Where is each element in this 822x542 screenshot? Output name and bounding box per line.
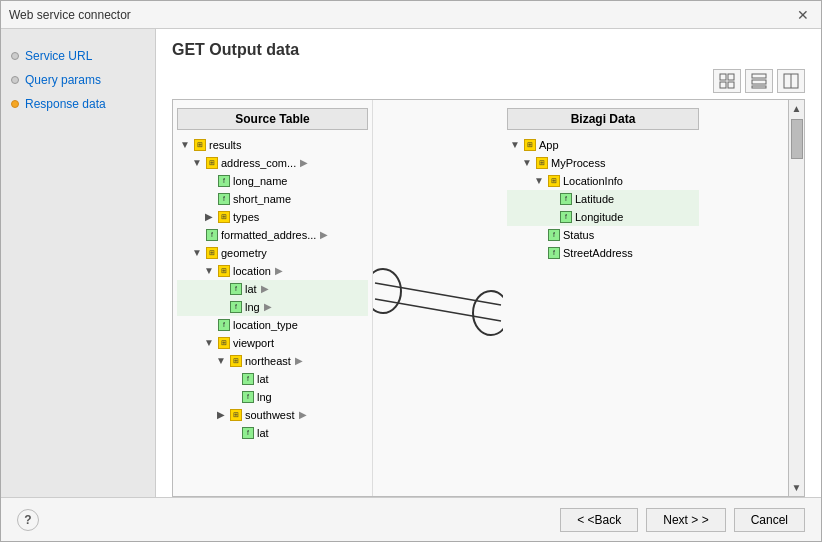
- expand-types[interactable]: ▶: [203, 209, 215, 225]
- tree-node-app: ▼ ⊞ App: [507, 136, 699, 154]
- node-label-southwest: southwest: [245, 407, 295, 423]
- expand-results[interactable]: ▼: [179, 137, 191, 153]
- sidebar-label-response-data: Response data: [25, 97, 106, 111]
- tree-node-loctype: ▶ f location_type: [177, 316, 368, 334]
- sidebar-dot-service-url: [11, 52, 19, 60]
- toolbar: [172, 69, 805, 93]
- node-label-geometry: geometry: [221, 245, 267, 261]
- connector-svg: [373, 130, 503, 496]
- arrow-northeast: ▶: [295, 353, 303, 369]
- svg-rect-5: [752, 80, 766, 84]
- toolbar-btn-layout2[interactable]: [745, 69, 773, 93]
- node-label-lng2: lng: [257, 389, 272, 405]
- expand-app[interactable]: ▼: [509, 137, 521, 153]
- node-label-myprocess: MyProcess: [551, 155, 605, 171]
- expand-viewport[interactable]: ▼: [203, 335, 215, 351]
- sidebar-dot-response-data: [11, 100, 19, 108]
- content-area: Service URL Query params Response data G…: [1, 29, 821, 497]
- sidebar-label-service-url: Service URL: [25, 49, 92, 63]
- sidebar: Service URL Query params Response data: [1, 29, 156, 497]
- toolbar-btn-layout3[interactable]: [777, 69, 805, 93]
- tree-node-lat2: ▶ f lat: [177, 370, 368, 388]
- tree-node-results: ▼ ⊞ results: [177, 136, 368, 154]
- sidebar-item-service-url[interactable]: Service URL: [11, 49, 145, 63]
- expand-geometry[interactable]: ▼: [191, 245, 203, 261]
- svg-point-11: [373, 269, 401, 313]
- node-label-app: App: [539, 137, 559, 153]
- window-title: Web service connector: [9, 8, 131, 22]
- expand-southwest[interactable]: ▶: [215, 407, 227, 423]
- close-button[interactable]: ✕: [793, 5, 813, 25]
- scroll-down-arrow[interactable]: ▼: [789, 479, 805, 496]
- tree-node-location: ▼ ⊞ location ▶: [177, 262, 368, 280]
- sidebar-label-query-params: Query params: [25, 73, 101, 87]
- arrow-address: ▶: [300, 155, 308, 171]
- toolbar-btn-layout1[interactable]: [713, 69, 741, 93]
- arrow-location: ▶: [275, 263, 283, 279]
- svg-rect-4: [752, 74, 766, 78]
- node-label-locationinfo: LocationInfo: [563, 173, 623, 189]
- sidebar-dot-query-params: [11, 76, 19, 84]
- back-button[interactable]: < <Back: [560, 508, 638, 532]
- main-area: GET Output data: [156, 29, 821, 497]
- footer-right: < <Back Next > > Cancel: [560, 508, 805, 532]
- node-label-lat: lat: [245, 281, 257, 297]
- source-table-header: Source Table: [177, 108, 368, 130]
- tree-node-status: ▶ f Status: [507, 226, 699, 244]
- svg-point-12: [473, 291, 503, 335]
- tree-node-latitude: ▶ f Latitude: [507, 190, 699, 208]
- source-table-panel: Source Table ▼ ⊞ results ▼ ⊞: [173, 100, 373, 496]
- scrollbar[interactable]: ▲ ▼: [788, 100, 804, 496]
- tree-node-northeast: ▼ ⊞ northeast ▶: [177, 352, 368, 370]
- expand-location[interactable]: ▼: [203, 263, 215, 279]
- cancel-button[interactable]: Cancel: [734, 508, 805, 532]
- footer: ? < <Back Next > > Cancel: [1, 497, 821, 541]
- node-label-northeast: northeast: [245, 353, 291, 369]
- tree-node-lat: ▶ f lat ▶: [177, 280, 368, 298]
- node-label-location: location: [233, 263, 271, 279]
- node-label-types: types: [233, 209, 259, 225]
- scroll-thumb[interactable]: [791, 119, 803, 159]
- node-label-results: results: [209, 137, 241, 153]
- node-label-viewport: viewport: [233, 335, 274, 351]
- svg-rect-3: [728, 82, 734, 88]
- arrow-southwest: ▶: [299, 407, 307, 423]
- tree-node-geometry: ▼ ⊞ geometry: [177, 244, 368, 262]
- node-label-lat2: lat: [257, 371, 269, 387]
- expand-address[interactable]: ▼: [191, 155, 203, 171]
- footer-left: ?: [17, 509, 39, 531]
- window: Web service connector ✕ Service URL Quer…: [0, 0, 822, 542]
- node-label-lat3: lat: [257, 425, 269, 441]
- tree-node-lng2: ▶ f lng: [177, 388, 368, 406]
- node-label-streetaddress: StreetAddress: [563, 245, 633, 261]
- tree-node-address: ▼ ⊞ address_com... ▶: [177, 154, 368, 172]
- node-label-status: Status: [563, 227, 594, 243]
- tree-node-locationinfo: ▼ ⊞ LocationInfo: [507, 172, 699, 190]
- page-title: GET Output data: [172, 41, 805, 59]
- svg-rect-6: [752, 86, 766, 88]
- node-label-loctype: location_type: [233, 317, 298, 333]
- svg-rect-1: [728, 74, 734, 80]
- tree-node-lng: ▶ f lng ▶: [177, 298, 368, 316]
- arrow-lng: ▶: [264, 299, 272, 315]
- help-button[interactable]: ?: [17, 509, 39, 531]
- svg-rect-0: [720, 74, 726, 80]
- next-button[interactable]: Next > >: [646, 508, 725, 532]
- tree-node-longitude: ▶ f Longitude: [507, 208, 699, 226]
- tree-node-southwest: ▶ ⊞ southwest ▶: [177, 406, 368, 424]
- tree-node-longname: ▶ f long_name: [177, 172, 368, 190]
- sidebar-item-response-data[interactable]: Response data: [11, 97, 145, 111]
- expand-locationinfo[interactable]: ▼: [533, 173, 545, 189]
- bizagi-panel: Bizagi Data ▼ ⊞ App ▼ ⊞: [503, 100, 703, 496]
- expand-myprocess[interactable]: ▼: [521, 155, 533, 171]
- tree-node-types: ▶ ⊞ types: [177, 208, 368, 226]
- title-bar: Web service connector ✕: [1, 1, 821, 29]
- tree-node-lat3: ▶ f lat: [177, 424, 368, 442]
- node-label-shortname: short_name: [233, 191, 291, 207]
- arrow-formatted: ▶: [320, 227, 328, 243]
- sidebar-item-query-params[interactable]: Query params: [11, 73, 145, 87]
- expand-northeast[interactable]: ▼: [215, 353, 227, 369]
- scroll-up-arrow[interactable]: ▲: [789, 100, 805, 117]
- tree-node-shortname: ▶ f short_name: [177, 190, 368, 208]
- tree-node-formatted: ▶ f formatted_addres... ▶: [177, 226, 368, 244]
